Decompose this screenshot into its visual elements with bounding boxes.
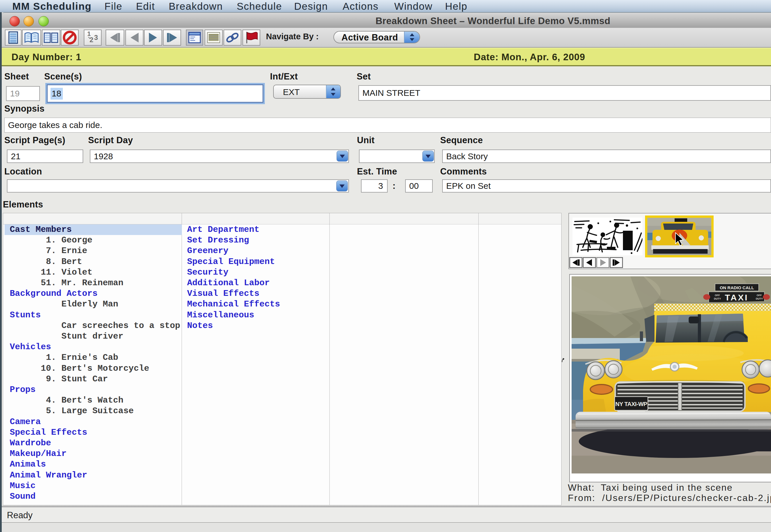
svg-text:2: 2 <box>90 36 93 44</box>
svg-text:3: 3 <box>94 34 98 41</box>
